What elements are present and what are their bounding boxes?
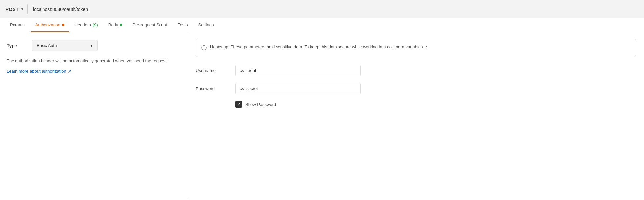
right-panel: ⓘ Heads up! These parameters hold sensit… bbox=[188, 32, 644, 199]
show-password-checkbox[interactable]: ✓ bbox=[235, 101, 242, 108]
checkmark-icon: ✓ bbox=[237, 102, 241, 107]
variables-link[interactable]: variables ↗ bbox=[406, 44, 427, 50]
password-input[interactable] bbox=[235, 83, 361, 94]
tab-tests[interactable]: Tests bbox=[173, 18, 192, 32]
variables-link-arrow-icon: ↗ bbox=[424, 44, 427, 50]
tabs-bar: Params Authorization Headers (9) Body Pr… bbox=[0, 18, 644, 32]
tab-authorization[interactable]: Authorization bbox=[31, 18, 69, 32]
username-label: Username bbox=[196, 68, 229, 73]
method-chevron-icon: ▾ bbox=[21, 7, 23, 11]
tab-tests-label: Tests bbox=[178, 22, 188, 27]
body-dot-icon bbox=[120, 24, 122, 26]
headers-count: (9) bbox=[93, 22, 98, 27]
learn-more-text: Learn more about authorization bbox=[7, 69, 66, 74]
password-label: Password bbox=[196, 86, 229, 91]
learn-more-arrow-icon: ↗ bbox=[68, 69, 71, 74]
type-label: Type bbox=[7, 43, 26, 48]
tab-settings-label: Settings bbox=[198, 22, 214, 27]
type-select-value: Basic Auth bbox=[37, 43, 57, 48]
authorization-dot-icon bbox=[62, 24, 64, 26]
username-input[interactable] bbox=[235, 65, 361, 76]
type-row: Type Basic Auth ▾ bbox=[7, 40, 181, 51]
tab-prerequest-label: Pre-request Script bbox=[132, 22, 167, 27]
learn-more-link[interactable]: Learn more about authorization ↗ bbox=[7, 69, 71, 74]
tab-body[interactable]: Body bbox=[104, 18, 127, 32]
method-text: POST bbox=[5, 6, 19, 12]
tab-params-label: Params bbox=[10, 22, 25, 27]
tab-body-label: Body bbox=[108, 22, 118, 27]
tab-headers[interactable]: Headers (9) bbox=[70, 18, 102, 32]
username-row: Username bbox=[196, 65, 636, 76]
type-select-dropdown[interactable]: Basic Auth ▾ bbox=[32, 40, 98, 51]
tab-prerequest[interactable]: Pre-request Script bbox=[128, 18, 172, 32]
tab-headers-label: Headers bbox=[75, 22, 91, 27]
url-bar: POST ▾ bbox=[0, 0, 644, 18]
tab-settings[interactable]: Settings bbox=[193, 18, 218, 32]
type-select-chevron-icon: ▾ bbox=[90, 43, 93, 48]
main-content: Type Basic Auth ▾ The authorization head… bbox=[0, 32, 644, 199]
warning-circle-icon: ⓘ bbox=[201, 44, 207, 52]
password-row: Password bbox=[196, 83, 636, 94]
tab-authorization-label: Authorization bbox=[35, 22, 60, 27]
url-input[interactable] bbox=[33, 5, 639, 13]
show-password-row: ✓ Show Password bbox=[235, 101, 636, 108]
show-password-label: Show Password bbox=[245, 102, 276, 107]
auth-description: The authorization header will be automat… bbox=[7, 58, 181, 64]
warning-message: Heads up! These parameters hold sensitiv… bbox=[210, 44, 630, 50]
variables-link-text: variables bbox=[406, 44, 423, 50]
method-selector[interactable]: POST ▾ bbox=[5, 4, 28, 14]
warning-text-content: Heads up! These parameters hold sensitiv… bbox=[210, 44, 404, 49]
tab-params[interactable]: Params bbox=[5, 18, 29, 32]
warning-banner: ⓘ Heads up! These parameters hold sensit… bbox=[196, 39, 636, 57]
left-panel: Type Basic Auth ▾ The authorization head… bbox=[0, 32, 188, 199]
